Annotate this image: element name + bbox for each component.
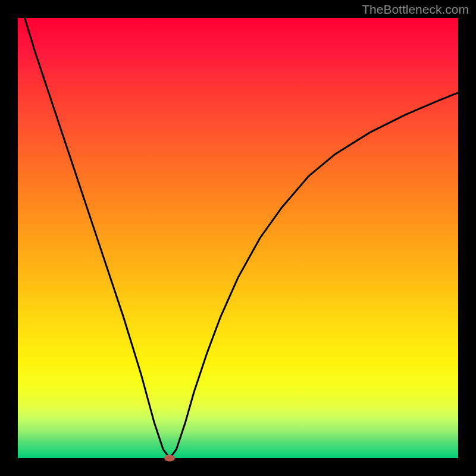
minimum-point-marker	[164, 455, 175, 462]
watermark-text: TheBottleneck.com	[362, 2, 469, 17]
chart-plot-area	[18, 18, 458, 458]
bottleneck-curve	[18, 18, 458, 458]
